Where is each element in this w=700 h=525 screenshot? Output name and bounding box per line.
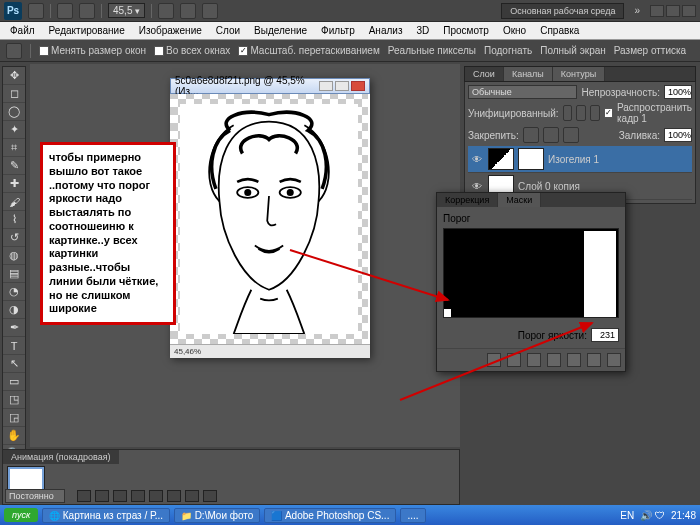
option-real-pixels[interactable]: Реальные пикселы xyxy=(388,45,476,56)
unify-position-icon[interactable] xyxy=(563,105,573,121)
option-all-windows[interactable]: Во всех окнах xyxy=(154,45,230,56)
menu-analysis[interactable]: Анализ xyxy=(363,24,409,37)
zoom-icon[interactable] xyxy=(79,3,95,19)
lock-position-icon[interactable] xyxy=(543,127,559,143)
minimize-icon[interactable] xyxy=(650,5,664,17)
document-canvas[interactable] xyxy=(170,94,368,344)
start-button[interactable]: пуск xyxy=(4,508,38,522)
tab-animation[interactable]: Анимация (покадровая) xyxy=(3,450,119,464)
3d-camera-tool[interactable]: ◲ xyxy=(3,409,25,427)
threshold-histogram[interactable] xyxy=(443,228,619,318)
dodge-tool[interactable]: ◑ xyxy=(3,301,25,319)
gradient-tool[interactable]: ▤ xyxy=(3,265,25,283)
option-fit[interactable]: Подогнать xyxy=(484,45,532,56)
menu-help[interactable]: Справка xyxy=(534,24,585,37)
blend-mode-select[interactable]: Обычные xyxy=(468,85,577,99)
visibility-icon[interactable]: 👁 xyxy=(470,152,484,166)
tab-layers[interactable]: Слои xyxy=(465,67,504,81)
tray-icons[interactable]: 🔊 🛡 xyxy=(640,510,665,521)
close-icon[interactable] xyxy=(682,5,696,17)
type-tool[interactable]: T xyxy=(3,337,25,355)
history-brush-tool[interactable]: ↺ xyxy=(3,229,25,247)
delete-frame-icon[interactable] xyxy=(203,490,217,502)
stamp-tool[interactable]: ⌇ xyxy=(3,211,25,229)
doc-close-icon[interactable] xyxy=(351,81,365,91)
last-frame-icon[interactable] xyxy=(149,490,163,502)
document-window[interactable]: 5c0a6e8d8f21t.png @ 45,5% (Из... 45,46% xyxy=(170,78,370,358)
opacity-input[interactable]: 100% xyxy=(664,85,692,99)
menu-file[interactable]: Файл xyxy=(4,24,41,37)
expanded-view-icon[interactable] xyxy=(507,353,521,367)
menu-filter[interactable]: Фильтр xyxy=(315,24,361,37)
tray-lang[interactable]: EN xyxy=(620,510,634,521)
menu-view[interactable]: Просмотр xyxy=(437,24,495,37)
layer-row[interactable]: 👁 Изогелия 1 xyxy=(468,146,692,173)
taskbar-item[interactable]: 🟦 Adobe Photoshop CS... xyxy=(264,508,396,523)
prev-frame-icon[interactable] xyxy=(95,490,109,502)
tween-icon[interactable] xyxy=(167,490,181,502)
tool-preset-icon[interactable] xyxy=(6,43,22,59)
threshold-value-input[interactable]: 231 xyxy=(591,328,619,342)
wand-tool[interactable]: ✦ xyxy=(3,121,25,139)
option-full[interactable]: Полный экран xyxy=(540,45,606,56)
tab-paths[interactable]: Контуры xyxy=(553,67,605,81)
lasso-tool[interactable]: ◯ xyxy=(3,103,25,121)
first-frame-icon[interactable] xyxy=(77,490,91,502)
tab-channels[interactable]: Каналы xyxy=(504,67,553,81)
eraser-tool[interactable]: ◍ xyxy=(3,247,25,265)
screen-mode-icon[interactable] xyxy=(202,3,218,19)
taskbar-item[interactable]: 🌐 Картина из страз / Р... xyxy=(42,508,170,523)
taskbar-item[interactable]: 📁 D:\Мои фото xyxy=(174,508,260,523)
unify-visibility-icon[interactable] xyxy=(576,105,586,121)
menu-3d[interactable]: 3D xyxy=(410,24,435,37)
tab-adjustment[interactable]: Коррекция xyxy=(437,193,498,207)
fill-input[interactable]: 100% xyxy=(664,128,692,142)
document-title-bar[interactable]: 5c0a6e8d8f21t.png @ 45,5% (Из... xyxy=(170,78,370,94)
3d-tool[interactable]: ◳ xyxy=(3,391,25,409)
brush-tool[interactable]: 🖌 xyxy=(3,193,25,211)
lock-all-icon[interactable] xyxy=(563,127,579,143)
reset-icon[interactable] xyxy=(587,353,601,367)
path-tool[interactable]: ↖ xyxy=(3,355,25,373)
option-resize-windows[interactable]: Менять размер окон xyxy=(39,45,146,56)
tray-clock[interactable]: 21:48 xyxy=(671,510,696,521)
lock-pixels-icon[interactable] xyxy=(523,127,539,143)
heal-tool[interactable]: ✚ xyxy=(3,175,25,193)
workspace-switcher[interactable]: Основная рабочая среда xyxy=(501,3,624,19)
bridge-icon[interactable] xyxy=(28,3,44,19)
doc-max-icon[interactable] xyxy=(335,81,349,91)
layer-mask-thumb[interactable] xyxy=(518,148,544,170)
menu-layers[interactable]: Слои xyxy=(210,24,246,37)
menu-image[interactable]: Изображение xyxy=(133,24,208,37)
option-scrub-zoom[interactable]: ✓Масштаб. перетаскиванием xyxy=(238,45,379,56)
maximize-icon[interactable] xyxy=(666,5,680,17)
blur-tool[interactable]: ◔ xyxy=(3,283,25,301)
tab-masks[interactable]: Маски xyxy=(498,193,541,207)
clip-to-layer-icon[interactable] xyxy=(527,353,541,367)
loop-mode-select[interactable]: Постоянно xyxy=(5,489,65,503)
arrange-docs-icon[interactable] xyxy=(180,3,196,19)
menu-edit[interactable]: Редактирование xyxy=(43,24,131,37)
crop-tool[interactable]: ⌗ xyxy=(3,139,25,157)
delete-adjustment-icon[interactable] xyxy=(607,353,621,367)
doc-min-icon[interactable] xyxy=(319,81,333,91)
menu-select[interactable]: Выделение xyxy=(248,24,313,37)
play-icon[interactable] xyxy=(113,490,127,502)
eyedropper-tool[interactable]: ✎ xyxy=(3,157,25,175)
next-frame-icon[interactable] xyxy=(131,490,145,502)
layer-thumb[interactable] xyxy=(488,148,514,170)
pen-tool[interactable]: ✒ xyxy=(3,319,25,337)
propagate-frame-check[interactable]: ✓ xyxy=(604,108,613,118)
layer-name[interactable]: Слой 0 копия xyxy=(518,181,580,192)
taskbar-item[interactable]: .... xyxy=(400,508,425,523)
new-frame-icon[interactable] xyxy=(185,490,199,502)
hand-tool[interactable]: ✋ xyxy=(3,427,25,445)
return-to-list-icon[interactable] xyxy=(487,353,501,367)
move-tool[interactable]: ✥ xyxy=(3,67,25,85)
view-extras-icon[interactable] xyxy=(158,3,174,19)
visibility-icon[interactable]: 👁 xyxy=(470,179,484,193)
zoom-level-input[interactable]: 45,5 ▾ xyxy=(108,3,145,18)
toggle-visibility-icon[interactable] xyxy=(547,353,561,367)
layer-name[interactable]: Изогелия 1 xyxy=(548,154,599,165)
shape-tool[interactable]: ▭ xyxy=(3,373,25,391)
